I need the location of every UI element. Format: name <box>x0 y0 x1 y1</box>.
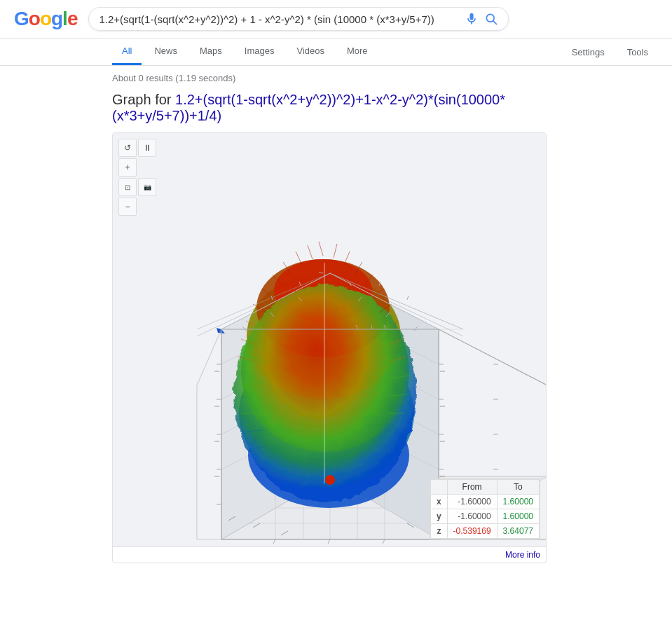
logo-o1: o <box>29 8 40 29</box>
header: Google <box>0 0 672 39</box>
range-header-blank <box>430 480 447 495</box>
nav-item-images[interactable]: Images <box>235 39 284 65</box>
range-row-x: x -1.60000 1.60000 <box>430 495 539 509</box>
range-from-z: -0.539169 <box>447 524 497 539</box>
search-icons <box>465 12 498 26</box>
nav-tools[interactable]: Tools <box>617 40 658 64</box>
google-logo: Google <box>14 8 77 30</box>
logo-e: e <box>67 8 78 29</box>
graph-title: Graph for 1.2+(sqrt(1-sqrt(x^2+y^2))^2)+… <box>112 92 560 124</box>
main-content: About 0 results (1.19 seconds) Graph for… <box>0 66 672 570</box>
graph-label: Graph for <box>112 92 175 107</box>
range-row-y: y -1.60000 1.60000 <box>430 509 539 524</box>
range-header-from: From <box>447 480 497 495</box>
results-count: About 0 results (1.19 seconds) <box>112 73 560 83</box>
graph-canvas[interactable]: ↺ ⏸ + ⊡ 📷 − From <box>113 133 547 546</box>
ctrl-row-zoom: + <box>118 158 156 177</box>
search-input[interactable] <box>99 13 465 25</box>
range-label-z: z <box>430 524 447 539</box>
search-icon[interactable] <box>484 12 498 26</box>
svg-line-1 <box>493 21 497 25</box>
nav-right: Settings Tools <box>562 40 658 64</box>
zoom-in-button[interactable]: + <box>118 158 137 177</box>
range-row-z: z -0.539169 3.64077 <box>430 524 539 539</box>
svg-point-83 <box>325 475 335 485</box>
more-info-link[interactable]: More info <box>113 546 546 563</box>
range-from-y: -1.60000 <box>447 509 497 524</box>
range-from-x: -1.60000 <box>447 495 497 509</box>
logo-g2: g <box>51 8 62 29</box>
nav-item-all[interactable]: All <box>112 39 142 65</box>
nav: All News Maps Images Videos More Setting… <box>0 39 672 66</box>
graph-container: ↺ ⏸ + ⊡ 📷 − From <box>112 132 547 563</box>
nav-settings[interactable]: Settings <box>562 40 615 64</box>
ctrl-row-zoom-out: − <box>118 198 156 216</box>
nav-item-more[interactable]: More <box>337 39 378 65</box>
screenshot-button[interactable]: 📷 <box>138 178 156 196</box>
range-table: From To x -1.60000 1.60000 y -1.60000 1.… <box>430 478 540 539</box>
range-to-y: 1.60000 <box>497 509 539 524</box>
logo-g: G <box>14 8 29 29</box>
pause-button[interactable]: ⏸ <box>138 139 156 157</box>
nav-item-maps[interactable]: Maps <box>190 39 232 65</box>
fit-button[interactable]: ⊡ <box>118 178 137 196</box>
range-to-x: 1.60000 <box>497 495 539 509</box>
search-bar <box>88 7 509 31</box>
zoom-out-button[interactable]: − <box>118 198 137 216</box>
rotate-button[interactable]: ↺ <box>118 139 137 157</box>
logo-o2: o <box>40 8 51 29</box>
graph-controls: ↺ ⏸ + ⊡ 📷 − <box>118 139 156 216</box>
mic-icon[interactable] <box>465 12 479 26</box>
nav-item-news[interactable]: News <box>144 39 187 65</box>
range-to-z: 3.64077 <box>497 524 539 539</box>
ctrl-row-top: ↺ ⏸ <box>118 139 156 157</box>
logo-l: l <box>62 8 67 29</box>
range-label-x: x <box>430 495 447 509</box>
range-data-table: From To x -1.60000 1.60000 y -1.60000 1.… <box>430 479 540 539</box>
ctrl-row-fit: ⊡ 📷 <box>118 178 156 196</box>
range-label-y: y <box>430 509 447 524</box>
nav-item-videos[interactable]: Videos <box>287 39 334 65</box>
range-header-to: To <box>497 480 539 495</box>
